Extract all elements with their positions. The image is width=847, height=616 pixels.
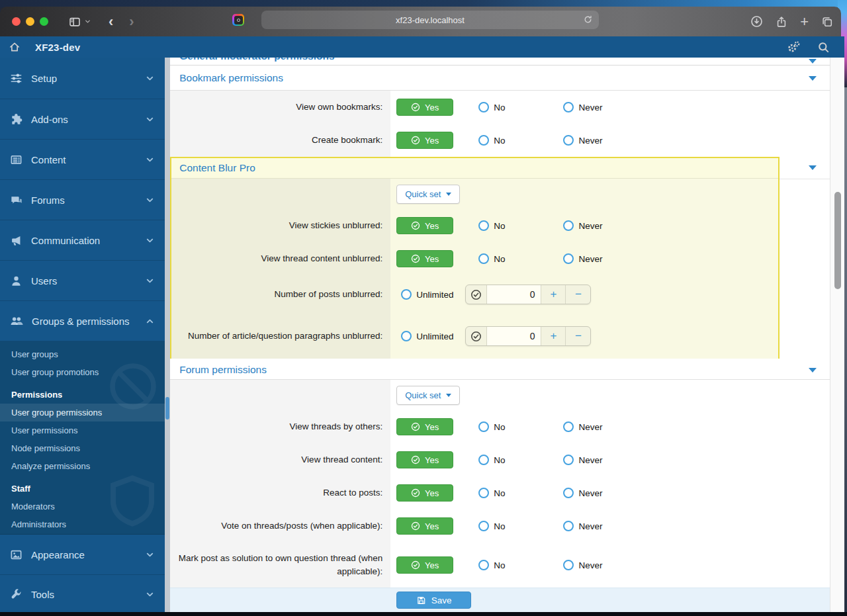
new-tab-icon[interactable]: + xyxy=(800,13,809,30)
address-bar[interactable]: xf23-dev.localhost xyxy=(261,11,599,29)
yes-button-selected[interactable]: Yes xyxy=(396,484,453,502)
page-scrollbar-thumb[interactable] xyxy=(834,192,841,289)
increment-button[interactable]: + xyxy=(541,285,566,304)
reload-icon[interactable] xyxy=(583,15,593,24)
sidebar-scrollbar-thumb[interactable] xyxy=(165,397,169,419)
radio-icon[interactable] xyxy=(478,421,489,432)
yes-button-selected[interactable]: Yes xyxy=(396,556,453,574)
yes-button-selected[interactable]: Yes xyxy=(396,517,453,535)
yes-button-selected[interactable]: Yes xyxy=(396,99,453,116)
selected-check-circle-icon[interactable] xyxy=(466,327,487,345)
number-input[interactable]: 0 xyxy=(487,285,541,304)
radio-icon[interactable] xyxy=(478,455,489,465)
save-button[interactable]: Save xyxy=(396,592,471,609)
page-scrollbar[interactable] xyxy=(830,58,844,612)
sidebar-item-appearance[interactable]: Appearance xyxy=(0,535,165,575)
tab-overview-icon[interactable] xyxy=(821,16,833,28)
sidebar-item-node-permissions[interactable]: Node permissions xyxy=(0,439,165,457)
decrement-button[interactable]: − xyxy=(566,327,590,345)
sidebar-chevron-icon[interactable] xyxy=(84,18,91,25)
radio-icon[interactable] xyxy=(563,253,574,264)
radio-icon[interactable] xyxy=(563,488,574,498)
section-content-blur-pro[interactable]: Content Blur Pro xyxy=(171,158,778,179)
no-option[interactable]: No xyxy=(478,521,505,531)
admin-title[interactable]: XF23-dev xyxy=(35,42,80,53)
collapse-caret-icon[interactable] xyxy=(809,165,817,170)
radio-icon[interactable] xyxy=(563,220,574,231)
sidebar-item-addons[interactable]: Add-ons xyxy=(0,99,165,140)
extension-icon[interactable] xyxy=(232,14,244,26)
radio-icon[interactable] xyxy=(563,102,574,112)
no-option[interactable]: No xyxy=(478,488,505,498)
collapse-caret-icon[interactable] xyxy=(809,59,817,64)
no-option[interactable]: No xyxy=(478,253,505,264)
zoom-window-button[interactable] xyxy=(40,17,48,26)
unlimited-option[interactable]: Unlimited xyxy=(401,289,453,300)
never-option[interactable]: Never xyxy=(563,253,602,264)
unlimited-option[interactable]: Unlimited xyxy=(401,331,453,341)
never-option[interactable]: Never xyxy=(563,560,602,570)
selected-check-circle-icon[interactable] xyxy=(466,285,487,304)
never-option[interactable]: Never xyxy=(563,521,602,531)
radio-icon[interactable] xyxy=(478,135,489,146)
yes-button-selected[interactable]: Yes xyxy=(396,418,453,435)
no-option[interactable]: No xyxy=(478,102,505,112)
close-window-button[interactable] xyxy=(12,17,21,26)
section-general-moderator-permissions[interactable]: General moderator permissions xyxy=(170,58,830,66)
collapse-caret-icon[interactable] xyxy=(809,368,817,373)
never-option[interactable]: Never xyxy=(563,102,602,112)
radio-icon[interactable] xyxy=(563,521,574,531)
radio-icon[interactable] xyxy=(478,102,489,112)
radio-icon[interactable] xyxy=(401,331,412,341)
radio-icon[interactable] xyxy=(478,220,489,231)
quick-set-button[interactable]: Quick set xyxy=(396,185,460,204)
radio-icon[interactable] xyxy=(563,135,574,146)
yes-button-selected[interactable]: Yes xyxy=(396,132,453,149)
radio-icon[interactable] xyxy=(401,289,412,300)
radio-icon[interactable] xyxy=(478,560,489,570)
radio-icon[interactable] xyxy=(563,455,574,465)
home-icon[interactable] xyxy=(9,41,21,53)
section-forum-permissions[interactable]: Forum permissions xyxy=(170,360,830,380)
no-option[interactable]: No xyxy=(478,455,505,465)
never-option[interactable]: Never xyxy=(563,421,602,432)
share-icon[interactable] xyxy=(776,16,787,28)
radio-icon[interactable] xyxy=(563,560,574,570)
sidebar-item-setup[interactable]: Setup xyxy=(0,58,165,99)
never-option[interactable]: Never xyxy=(563,135,602,146)
sidebar-item-groups-permissions[interactable]: Groups & permissions xyxy=(0,301,165,341)
section-bookmark-permissions[interactable]: Bookmark permissions xyxy=(170,66,830,91)
collapse-caret-icon[interactable] xyxy=(809,76,817,81)
downloads-icon[interactable] xyxy=(750,15,763,28)
radio-icon[interactable] xyxy=(478,488,489,498)
yes-button-selected[interactable]: Yes xyxy=(396,250,453,267)
no-option[interactable]: No xyxy=(478,560,505,570)
admin-settings-gears-icon[interactable] xyxy=(787,40,800,54)
yes-button-selected[interactable]: Yes xyxy=(396,451,453,468)
radio-icon[interactable] xyxy=(478,253,489,264)
increment-button[interactable]: + xyxy=(541,327,566,345)
decrement-button[interactable]: − xyxy=(566,285,590,304)
sidebar-scrollbar[interactable] xyxy=(165,58,170,612)
yes-button-selected[interactable]: Yes xyxy=(396,217,453,234)
never-option[interactable]: Never xyxy=(563,455,602,465)
sidebar-toggle-icon[interactable] xyxy=(68,16,81,28)
sidebar-item-forums[interactable]: Forums xyxy=(0,180,165,220)
never-option[interactable]: Never xyxy=(563,488,602,498)
quick-set-button[interactable]: Quick set xyxy=(396,386,460,405)
sidebar-item-content[interactable]: Content xyxy=(0,140,165,180)
sidebar-item-users[interactable]: Users xyxy=(0,261,165,301)
sidebar-item-tools[interactable]: Tools xyxy=(0,575,165,612)
minimize-window-button[interactable] xyxy=(26,17,34,26)
never-option[interactable]: Never xyxy=(563,220,602,231)
back-button[interactable]: ‹ xyxy=(109,13,113,30)
sidebar-item-user-permissions[interactable]: User permissions xyxy=(0,421,165,439)
radio-icon[interactable] xyxy=(563,421,574,432)
number-input[interactable]: 0 xyxy=(487,327,541,345)
admin-search-icon[interactable] xyxy=(817,41,830,54)
no-option[interactable]: No xyxy=(478,135,505,146)
no-option[interactable]: No xyxy=(478,421,505,432)
sidebar-item-communication[interactable]: Communication xyxy=(0,220,165,261)
radio-icon[interactable] xyxy=(478,521,489,531)
no-option[interactable]: No xyxy=(478,220,505,231)
